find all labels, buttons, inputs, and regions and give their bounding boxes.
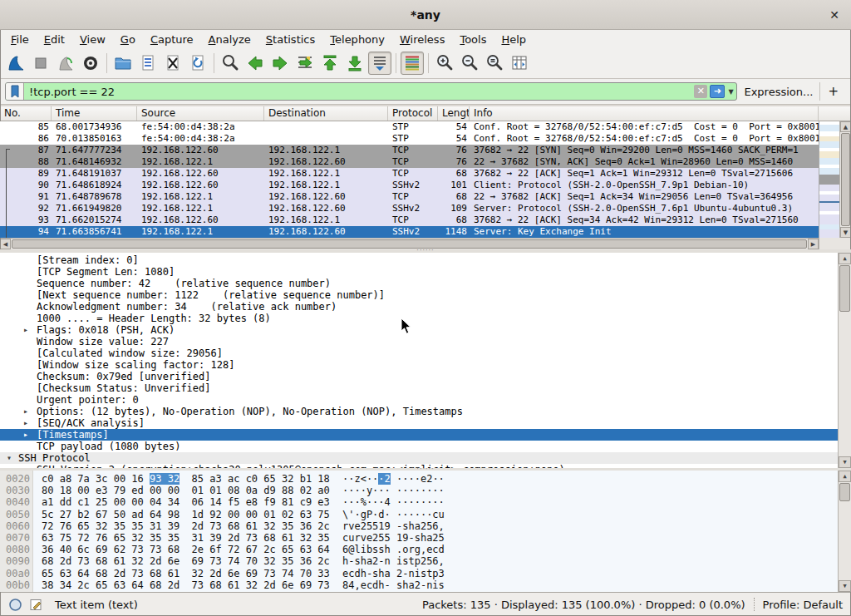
scroll-up-icon[interactable]: ▲ bbox=[839, 253, 851, 264]
bookmark-icon[interactable] bbox=[6, 83, 24, 100]
close-icon[interactable]: ✕ bbox=[826, 7, 843, 23]
zoom-out-icon[interactable] bbox=[458, 52, 481, 75]
hex-row-0080[interactable]: 008036 40 6c 69 62 73 73 68 2e 6f 72 67 … bbox=[0, 544, 838, 555]
packet-row-93[interactable]: 9371.662015274192.168.122.60192.168.122.… bbox=[0, 214, 819, 226]
packet-row-94[interactable]: 9471.663856741192.168.122.1192.168.122.6… bbox=[0, 226, 819, 238]
hex-row-0060[interactable]: 006072 76 65 32 35 35 31 39 2d 73 68 61 … bbox=[0, 520, 838, 532]
detail-row[interactable]: ▸Flags: 0x018 (PSH, ACK) bbox=[0, 324, 838, 336]
packet-row-86[interactable]: 8670.013850163fe:54:00:d4:38:2aSTP54Conf… bbox=[0, 133, 819, 145]
menu-tools[interactable]: Tools bbox=[452, 32, 494, 47]
colorize-icon[interactable] bbox=[401, 52, 424, 75]
detail-row[interactable]: [Next sequence number: 1122 (relative se… bbox=[0, 289, 838, 301]
packet-row-89[interactable]: 8971.648191037192.168.122.60192.168.122.… bbox=[0, 168, 819, 180]
expander-closed-icon[interactable]: ▸ bbox=[23, 429, 28, 441]
menu-analyze[interactable]: Analyze bbox=[201, 32, 258, 47]
menu-file[interactable]: File bbox=[3, 32, 37, 47]
packet-row-92[interactable]: 9271.661949820192.168.122.1192.168.122.6… bbox=[0, 203, 819, 214]
start-capture-icon[interactable] bbox=[4, 52, 27, 75]
filter-input[interactable]: !tcp.port == 22 ✕ ➜ ▼ bbox=[5, 82, 737, 101]
detail-row[interactable]: [Calculated window size: 29056] bbox=[0, 347, 838, 359]
column-header-source[interactable]: Source bbox=[137, 106, 264, 121]
detail-vscrollbar[interactable]: ▲ ▼ bbox=[838, 253, 851, 468]
go-forward-icon[interactable] bbox=[268, 52, 292, 75]
scroll-up-icon[interactable]: ▲ bbox=[839, 471, 851, 482]
hex-row-00b0[interactable]: 00b038 34 2c 65 63 64 68 2d 73 68 61 32 … bbox=[0, 579, 838, 591]
scroll-down-icon[interactable]: ▼ bbox=[839, 580, 851, 592]
expander-closed-icon[interactable]: ▸ bbox=[23, 417, 28, 429]
vscroll-thumb[interactable] bbox=[841, 133, 850, 226]
packet-row-85[interactable]: 8568.001734936fe:54:00:d4:38:2aSTP54Conf… bbox=[0, 121, 819, 133]
capture-comment-icon[interactable] bbox=[29, 598, 43, 612]
detail-row[interactable]: ▸[Timestamps] bbox=[0, 429, 838, 441]
column-header-no[interactable]: No. bbox=[0, 106, 52, 121]
hex-vscrollbar[interactable]: ▲ ▼ bbox=[838, 471, 851, 592]
expander-closed-icon[interactable]: ▸ bbox=[23, 324, 28, 336]
auto-scroll-icon[interactable] bbox=[368, 52, 391, 75]
packet-row-91[interactable]: 9171.648789678192.168.122.1192.168.122.6… bbox=[0, 191, 819, 203]
vscroll-thumb[interactable] bbox=[839, 483, 850, 501]
detail-row[interactable]: [Window size scaling factor: 128] bbox=[0, 359, 838, 371]
menu-help[interactable]: Help bbox=[494, 32, 534, 47]
zoom-in-icon[interactable] bbox=[433, 52, 456, 75]
filter-history-caret-icon[interactable]: ▼ bbox=[725, 88, 736, 96]
vscroll-thumb[interactable] bbox=[839, 265, 850, 312]
menu-edit[interactable]: Edit bbox=[37, 32, 72, 47]
packet-row-87[interactable]: 8771.647777234192.168.122.60192.168.122.… bbox=[0, 145, 819, 156]
detail-row[interactable]: 1000 .... = Header Length: 32 bytes (8) bbox=[0, 313, 838, 324]
detail-row[interactable]: Checksum: 0x79ed [unverified] bbox=[0, 371, 838, 382]
close-capture-icon[interactable] bbox=[161, 52, 184, 75]
save-capture-icon[interactable] bbox=[136, 52, 160, 75]
menu-telephony[interactable]: Telephony bbox=[322, 32, 392, 47]
find-packet-icon[interactable] bbox=[219, 52, 242, 75]
hex-row-0030[interactable]: 003080 18 00 e3 79 ed 00 00 01 01 08 0a … bbox=[0, 485, 838, 496]
hex-row-0020[interactable]: 0020c0 a8 7a 3c 00 16 93 32 85 a3 ac c0 … bbox=[0, 473, 838, 485]
column-header-protocol[interactable]: Protocol bbox=[388, 106, 438, 121]
packet-minimap[interactable] bbox=[819, 121, 839, 238]
go-last-packet-icon[interactable] bbox=[343, 52, 366, 75]
scroll-track[interactable] bbox=[839, 502, 851, 580]
detail-row[interactable]: Sequence number: 42 (relative sequence n… bbox=[0, 278, 838, 289]
hex-row-0050[interactable]: 00505c 27 b2 67 50 ad 64 98 1d 92 00 00 … bbox=[0, 509, 838, 520]
packet-list-vscrollbar[interactable]: ▲ ▼ bbox=[839, 121, 851, 238]
menu-wireless[interactable]: Wireless bbox=[392, 32, 452, 47]
detail-row[interactable]: Acknowledgment number: 34 (relative ack … bbox=[0, 301, 838, 313]
reload-capture-icon[interactable] bbox=[186, 52, 209, 75]
hex-row-0070[interactable]: 007063 75 72 76 65 32 35 35 31 39 2d 73 … bbox=[0, 532, 838, 544]
resize-columns-icon[interactable] bbox=[508, 52, 531, 75]
detail-row[interactable]: Window size value: 227 bbox=[0, 336, 838, 347]
zoom-original-icon[interactable] bbox=[483, 52, 506, 75]
profile-label[interactable]: Profile: Default bbox=[763, 599, 843, 611]
go-to-packet-icon[interactable] bbox=[293, 52, 317, 75]
scroll-down-icon[interactable]: ▼ bbox=[839, 456, 851, 468]
menu-go[interactable]: Go bbox=[113, 32, 143, 47]
detail-row[interactable]: Urgent pointer: 0 bbox=[0, 394, 838, 406]
go-back-icon[interactable] bbox=[243, 52, 267, 75]
menu-statistics[interactable]: Statistics bbox=[258, 32, 322, 47]
packet-list-hscrollbar[interactable]: ◀ ▶ bbox=[0, 238, 819, 249]
expression-button[interactable]: Expression... bbox=[737, 86, 819, 98]
scroll-up-icon[interactable]: ▲ bbox=[840, 121, 851, 132]
detail-row[interactable]: TCP payload (1080 bytes) bbox=[0, 441, 838, 452]
packet-row-88[interactable]: 8871.648146932192.168.122.1192.168.122.6… bbox=[0, 156, 819, 168]
scroll-right-icon[interactable]: ▶ bbox=[808, 239, 819, 249]
detail-row[interactable]: ▸Options: (12 bytes), No-Operation (NOP)… bbox=[0, 406, 838, 417]
column-header-time[interactable]: Time bbox=[52, 106, 137, 121]
detail-row[interactable]: ▾SSH Protocol bbox=[0, 452, 838, 464]
packet-row-90[interactable]: 9071.648618924192.168.122.60192.168.122.… bbox=[0, 180, 819, 191]
hscroll-thumb[interactable] bbox=[12, 239, 807, 249]
expert-info-icon[interactable] bbox=[8, 598, 22, 612]
column-header-destination[interactable]: Destination bbox=[264, 106, 388, 121]
detail-row[interactable]: [Checksum Status: Unverified] bbox=[0, 382, 838, 394]
hex-row-0040[interactable]: 0040a1 dd c1 25 00 00 04 34 06 14 f5 e8 … bbox=[0, 496, 838, 508]
scroll-down-icon[interactable]: ▼ bbox=[840, 227, 851, 238]
scroll-track[interactable] bbox=[839, 313, 851, 456]
expander-closed-icon[interactable]: ▸ bbox=[23, 406, 28, 417]
stop-capture-icon[interactable] bbox=[29, 52, 52, 75]
add-filter-button[interactable]: + bbox=[819, 82, 846, 101]
column-header-length[interactable]: Length bbox=[438, 106, 470, 121]
detail-row[interactable]: [TCP Segment Len: 1080] bbox=[0, 266, 838, 278]
hex-row-0090[interactable]: 009068 2d 73 68 61 32 2d 6e 69 73 74 70 … bbox=[0, 555, 838, 567]
column-header-info[interactable]: Info bbox=[470, 106, 819, 121]
menu-view[interactable]: View bbox=[72, 32, 113, 47]
expander-open-icon[interactable]: ▾ bbox=[7, 452, 12, 464]
